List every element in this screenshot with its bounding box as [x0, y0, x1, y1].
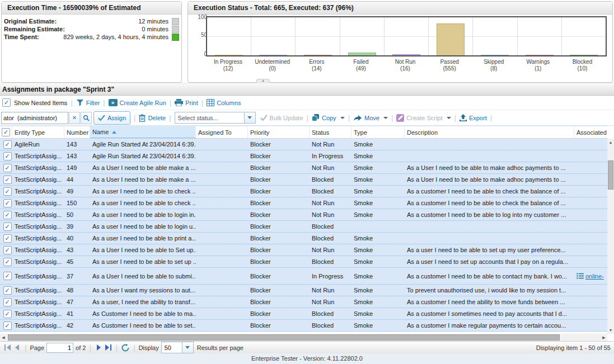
cell-number: 47 [64, 299, 90, 305]
horizontal-scroll-thumb[interactable] [8, 334, 560, 341]
table-row[interactable]: ✓TestScriptAssig...41As Customer I need … [0, 308, 607, 320]
filter-button[interactable]: Filter [76, 99, 100, 106]
associated-link[interactable]: online- [585, 273, 604, 280]
cell-status: Blocked [310, 223, 351, 230]
column-header-status[interactable]: Status [310, 126, 351, 138]
bulk-update-button[interactable]: Bulk Update [260, 115, 303, 121]
next-page-button[interactable] [95, 343, 104, 352]
row-checkbox[interactable]: ✓ [3, 152, 12, 160]
move-button[interactable]: Move [353, 115, 388, 121]
row-checkbox[interactable]: ✓ [3, 310, 12, 318]
row-checkbox[interactable]: ✓ [3, 272, 12, 280]
print-button[interactable]: Print [175, 99, 198, 106]
cell-status: Not Run [310, 299, 351, 305]
table-row[interactable]: ✓AgileRun143Agile Run Started At 23/04/2… [0, 139, 607, 150]
row-checkbox[interactable]: ✓ [3, 187, 12, 196]
vertical-scroll-thumb[interactable] [608, 160, 613, 190]
row-checkbox[interactable]: ✓ [3, 211, 12, 219]
scroll-right-arrow[interactable]: ▶ [601, 334, 607, 341]
status-select[interactable]: Select status... [175, 112, 256, 124]
column-header-number[interactable]: Number [64, 126, 90, 138]
row-checkbox[interactable]: ✓ [3, 223, 12, 231]
delete-button[interactable]: Delete [139, 114, 166, 122]
row-checkbox[interactable]: ✓ [3, 298, 12, 306]
search-icon [83, 115, 90, 121]
show-nested-checkbox[interactable]: ✓ [2, 98, 11, 107]
columns-button[interactable]: Columns [207, 99, 241, 106]
row-checkbox[interactable]: ✓ [3, 176, 12, 184]
search-button[interactable] [81, 112, 92, 124]
horizontal-scrollbar[interactable]: ◀ ▶ [0, 334, 607, 341]
row-checkbox-cell: ✓ [0, 298, 12, 306]
cell-entity-type: TestScriptAssig... [12, 258, 64, 265]
first-page-button[interactable] [3, 343, 12, 352]
ytick-0: 0 [194, 51, 207, 57]
page-size-select[interactable]: 50 [161, 342, 194, 353]
table-row[interactable]: ✓TestScriptAssig...50As a user I need to… [0, 209, 607, 221]
row-checkbox[interactable]: ✓ [3, 199, 12, 207]
cell-status: Not Run [310, 247, 351, 253]
page-number-input[interactable] [46, 343, 73, 353]
gridline [207, 36, 251, 37]
gridline [385, 36, 428, 37]
table-row[interactable]: ✓TestScriptAssig...49As a user I need to… [0, 186, 607, 197]
table-row[interactable]: ✓TestScriptAssig...40As a user I need to… [0, 233, 607, 244]
assign-button[interactable]: Assign [93, 111, 130, 125]
create-agile-run-button[interactable]: » Create Agile Run [109, 99, 166, 106]
column-header-priority[interactable]: Priority [248, 126, 310, 138]
execution-time-panel: Execution Time - 16590039% of Estimated … [1, 1, 182, 83]
grid-body: ✓AgileRun143Agile Run Started At 23/04/2… [0, 139, 607, 334]
column-header-associated[interactable]: Associated I [574, 126, 607, 138]
table-row[interactable]: ✓TestScriptAssig...143Agile Run Started … [0, 150, 607, 162]
copy-button[interactable]: Copy [312, 114, 345, 122]
table-row[interactable]: ✓TestScriptAssig...42As Customer I need … [0, 320, 607, 332]
table-row[interactable]: ✓TestScriptAssig...149As a User I need t… [0, 162, 607, 174]
row-checkbox-cell: ✓ [0, 211, 12, 219]
remaining-estimate-chip [172, 26, 179, 33]
cell-number: 39 [64, 223, 90, 230]
table-row[interactable]: ✓TestScriptAssig...43As a User I need to… [0, 244, 607, 256]
assignee-search-input[interactable] [1, 112, 68, 124]
column-header-description[interactable]: Description [405, 126, 574, 138]
table-row[interactable]: ✓TestScriptAssig...48As a User I want my… [0, 285, 607, 296]
clear-search-button[interactable]: ✕ [69, 112, 80, 124]
row-checkbox[interactable]: ✓ [3, 234, 12, 243]
last-page-button[interactable] [104, 343, 113, 352]
row-checkbox[interactable]: ✓ [3, 258, 12, 266]
row-checkbox[interactable]: ✓ [3, 246, 12, 254]
row-checkbox[interactable]: ✓ [3, 140, 12, 149]
table-row[interactable]: ✓TestScriptAssig...39As a user I need to… [0, 221, 607, 233]
row-checkbox-cell: ✓ [0, 199, 12, 207]
chart-category-label: Blocked(10) [560, 59, 604, 72]
column-header-assigned-to[interactable]: Assigned To [196, 126, 248, 138]
table-row[interactable]: ✓TestScriptAssig...150As a user I need t… [0, 197, 607, 209]
chart-category-label: Failed(49) [339, 59, 383, 72]
row-checkbox[interactable]: ✓ [3, 164, 12, 172]
table-row[interactable]: ✓TestScriptAssig...47As a user, I need t… [0, 296, 607, 308]
previous-page-button[interactable] [12, 343, 21, 352]
vertical-scrollbar[interactable]: ▲ ▼ [607, 139, 614, 334]
column-header-type[interactable]: Type [351, 126, 405, 138]
scroll-down-arrow[interactable]: ▼ [607, 327, 614, 334]
row-checkbox[interactable]: ✓ [3, 286, 12, 295]
column-label: Name [92, 129, 109, 135]
refresh-icon[interactable] [121, 343, 130, 352]
column-header-entity-type[interactable]: Entity Type [12, 126, 64, 138]
column-header-name[interactable]: Name [90, 126, 196, 138]
chart-category-label: In Progress(12) [206, 59, 250, 72]
select-all-checkbox[interactable]: ✓ [2, 128, 10, 136]
cell-type: Smoke [351, 310, 405, 317]
table-row[interactable]: ✓TestScriptAssig...45As a user I need to… [0, 256, 607, 268]
table-row[interactable]: ✓TestScriptAssig...37As a User I need to… [0, 268, 607, 285]
scroll-up-arrow[interactable]: ▲ [607, 139, 614, 146]
chart-category-label: Undetermined(0) [250, 59, 294, 72]
create-script-button[interactable]: Create Script [396, 114, 451, 122]
select-all-checkbox-cell: ✓ [0, 126, 12, 138]
cell-name: As a User I need to be able to Set up... [90, 247, 196, 253]
cell-description: As a customer I need to be able to log i… [405, 211, 574, 218]
time-row-remaining-estimate: Remaining Estimate: 0 minutes [2, 25, 181, 33]
scroll-left-arrow[interactable]: ◀ [0, 334, 7, 341]
table-row[interactable]: ✓TestScriptAssig...44As a User I need to… [0, 174, 607, 186]
export-button[interactable]: Export [460, 114, 487, 122]
row-checkbox[interactable]: ✓ [3, 322, 12, 330]
